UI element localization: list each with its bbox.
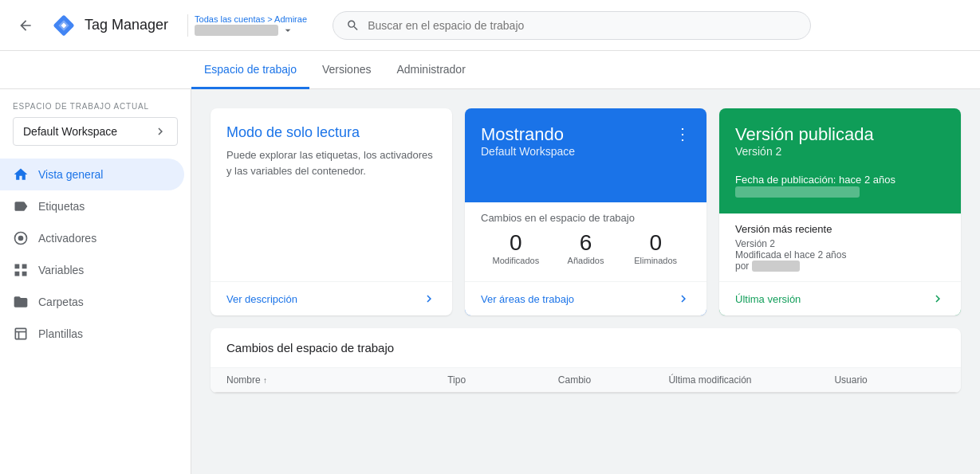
card-published-header: Versión publicada Versión 2 Fecha de pub…	[719, 108, 961, 213]
svg-point-4	[18, 236, 24, 241]
account-name[interactable]: www.admirae.es	[195, 24, 307, 37]
showing-arrow-icon	[676, 292, 691, 306]
cards-row-top: Modo de solo lectura Puede explorar las …	[211, 108, 961, 315]
showing-menu-icon[interactable]: ⋮	[675, 124, 691, 143]
tab-workspace[interactable]: Espacio de trabajo	[191, 51, 309, 89]
table-header: Nombre ↑ Tipo Cambio Última modificación…	[211, 368, 961, 393]
stat-modified-label: Modificados	[481, 256, 551, 265]
chevron-right-icon	[153, 124, 167, 139]
arrow-right-icon	[422, 292, 436, 306]
app-logo: Tag Manager	[51, 13, 168, 38]
stats-title: Cambios en el espacio de trabajo	[481, 212, 691, 224]
back-button[interactable]	[13, 13, 38, 38]
stat-added-label: Añadidos	[551, 256, 621, 265]
stat-deleted: 0 Eliminados	[620, 230, 691, 265]
col-header-tipo[interactable]: Tipo	[447, 374, 558, 386]
stat-added-value: 6	[551, 230, 621, 256]
workspace-selector[interactable]: Default Workspace	[13, 117, 178, 146]
search-icon	[346, 18, 360, 33]
templates-icon	[13, 326, 29, 342]
card-readonly-link: Ver descripción	[226, 293, 297, 305]
sidebar-item-templates[interactable]: Plantillas	[0, 318, 184, 350]
tab-versions[interactable]: Versiones	[309, 51, 384, 89]
card-showing-footer[interactable]: Ver áreas de trabajo	[465, 281, 706, 315]
sidebar-item-tags[interactable]: Etiquetas	[0, 190, 184, 222]
search-container	[333, 11, 811, 40]
app-title: Tag Manager	[85, 17, 168, 33]
search-input[interactable]	[368, 19, 797, 32]
card-showing: Mostrando Default Workspace ⋮ Cambios en…	[465, 108, 706, 315]
search-box[interactable]	[333, 11, 811, 40]
stat-modified: 0 Modificados	[481, 230, 551, 265]
stats-row: 0 Modificados 6 Añadidos 0 Eliminados	[481, 230, 691, 265]
stat-added: 6 Añadidos	[551, 230, 621, 265]
col-header-nombre[interactable]: Nombre ↑	[226, 374, 447, 386]
variables-icon	[13, 262, 29, 278]
card-published-version: Versión más reciente Versión 2 Modificad…	[719, 213, 961, 281]
account-url: www.admirae.es	[195, 25, 278, 36]
sidebar-label-triggers: Activadores	[38, 232, 96, 245]
card-published-author: xxxxxxxxxxxxxxxxxxxxxxxxxx	[735, 186, 860, 198]
table-title: Cambios del espacio de trabajo	[211, 328, 961, 368]
sidebar: ESPACIO DE TRABAJO ACTUAL Default Worksp…	[0, 89, 191, 474]
version-title: Versión más reciente	[735, 223, 945, 235]
sidebar-nav: Vista general Etiquetas Activadores	[0, 152, 191, 356]
card-readonly-footer[interactable]: Ver descripción	[211, 281, 452, 315]
card-published-footer[interactable]: Última versión	[719, 281, 961, 315]
sort-icon: ↑	[263, 376, 267, 385]
workspace-section: ESPACIO DE TRABAJO ACTUAL Default Worksp…	[0, 89, 191, 152]
col-header-cambio[interactable]: Cambio	[558, 374, 669, 386]
workspace-changes-table: Cambios del espacio de trabajo Nombre ↑ …	[211, 328, 961, 393]
home-icon	[13, 166, 29, 182]
nav-tabs: Espacio de trabajo Versiones Administrad…	[0, 51, 980, 89]
sidebar-label-folders: Carpetas	[38, 296, 84, 308]
sidebar-item-folders[interactable]: Carpetas	[0, 286, 184, 318]
published-footer-link: Última versión	[735, 293, 801, 305]
published-arrow-icon	[931, 292, 945, 306]
card-showing-title: Mostrando	[481, 124, 575, 145]
card-readonly-desc: Puede explorar las etiquetas, los activa…	[226, 147, 436, 178]
main-content: Modo de solo lectura Puede explorar las …	[191, 89, 980, 474]
sidebar-item-triggers[interactable]: Activadores	[0, 222, 184, 254]
triggers-icon	[13, 230, 29, 246]
header: Tag Manager Todas las cuentas > Admirae …	[0, 0, 980, 51]
card-published-subtitle: Versión 2	[735, 145, 945, 158]
tab-admin[interactable]: Administrador	[384, 51, 478, 89]
workspace-label: ESPACIO DE TRABAJO ACTUAL	[13, 102, 178, 111]
card-showing-header: Mostrando Default Workspace ⋮	[465, 108, 706, 202]
folder-icon	[13, 294, 29, 310]
stat-modified-value: 0	[481, 230, 551, 256]
card-published-date: Fecha de publicación: hace 2 años xxxxxx…	[735, 174, 945, 198]
breadcrumb: Todas las cuentas > Admirae	[195, 14, 307, 24]
card-readonly: Modo de solo lectura Puede explorar las …	[211, 108, 452, 315]
svg-rect-5	[15, 328, 26, 339]
sidebar-item-overview[interactable]: Vista general	[0, 159, 184, 190]
card-showing-subtitle: Default Workspace	[481, 145, 575, 158]
col-header-fecha[interactable]: Última modificación	[668, 374, 834, 386]
layout: ESPACIO DE TRABAJO ACTUAL Default Worksp…	[0, 89, 980, 474]
sidebar-item-variables[interactable]: Variables	[0, 254, 184, 286]
version-author-blurred	[752, 261, 800, 272]
label-icon	[13, 198, 29, 214]
sidebar-label-tags: Etiquetas	[38, 200, 85, 213]
card-readonly-body: Modo de solo lectura Puede explorar las …	[211, 108, 452, 281]
workspace-name: Default Workspace	[23, 125, 117, 138]
version-name: Versión 2	[735, 238, 945, 249]
card-readonly-title: Modo de solo lectura	[226, 124, 436, 141]
card-published-title: Versión publicada	[735, 124, 945, 145]
account-info: Todas las cuentas > Admirae www.admirae.…	[187, 14, 307, 37]
stat-deleted-label: Eliminados	[620, 256, 691, 265]
card-showing-stats: Cambios en el espacio de trabajo 0 Modif…	[465, 202, 706, 281]
col-header-usuario[interactable]: Usuario	[834, 374, 945, 386]
card-published: Versión publicada Versión 2 Fecha de pub…	[719, 108, 961, 315]
sidebar-label-overview: Vista general	[38, 168, 103, 181]
card-showing-text: Mostrando Default Workspace	[481, 124, 575, 158]
sidebar-label-variables: Variables	[38, 264, 84, 276]
version-author: por	[735, 261, 945, 272]
stat-deleted-value: 0	[620, 230, 691, 256]
sidebar-label-templates: Plantillas	[38, 327, 83, 340]
version-modified: Modificada el hace 2 años	[735, 249, 945, 261]
showing-footer-link: Ver áreas de trabajo	[481, 293, 574, 305]
